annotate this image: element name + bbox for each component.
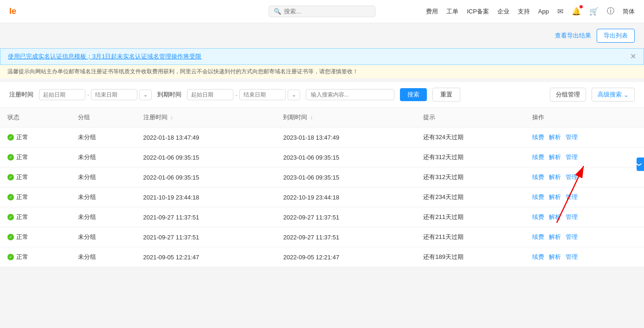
language-toggle[interactable]: 简体 [623,7,635,16]
cell-status: ✓正常 [0,247,71,267]
expire-end-date[interactable] [239,89,286,100]
action-解析[interactable]: 解析 [549,213,561,220]
expire-date-arrow[interactable]: ⌄ [288,90,300,100]
search-button[interactable]: 搜索 [400,88,427,101]
register-start-date[interactable] [39,89,85,100]
action-续费[interactable]: 续费 [532,134,544,141]
action-管理[interactable]: 管理 [566,233,578,240]
search-bar[interactable]: 🔍 [269,6,375,17]
register-time-label: 注册时间 [9,90,33,99]
action-管理[interactable]: 管理 [566,154,578,161]
cell-action: 续费解析管理 [525,207,644,227]
cell-hint: 还有234天过期 [416,187,525,207]
alert-link[interactable]: 使用已完成实名认证信息模板；3月1日起未实名认证域名管理操作将受限 [8,52,201,61]
cell-hint: 还有211天过期 [416,207,525,227]
action-解析[interactable]: 解析 [549,154,561,161]
cell-group: 未分组 [71,227,135,247]
cell-hint: 还有211天过期 [416,227,525,247]
action-管理[interactable]: 管理 [566,134,578,141]
action-管理[interactable]: 管理 [566,213,578,220]
action-续费[interactable]: 续费 [532,213,544,220]
table-row: ✓正常未分组2021-09-27 11:37:512022-09-27 11:3… [0,207,644,227]
cell-hint: 还有312天过期 [416,167,525,187]
col-group: 分组 [71,108,135,128]
cell-reg-time: 2021-09-27 11:37:51 [136,227,276,247]
action-解析[interactable]: 解析 [549,193,561,200]
alert-close-icon[interactable]: ✕ [630,53,636,60]
filter-bar: 注册时间 - ⌄ 到期时间 - ⌄ 搜索 重置 分组管理 高级搜索 ⌄ [0,82,644,108]
cell-exp-time: 2023-01-06 09:35:15 [276,148,416,167]
top-navigation: Ie 🔍 费用 工单 ICP备案 企业 支持 App ✉ 🔔 🛒 ⓘ 简体 [0,0,644,23]
action-续费[interactable]: 续费 [532,154,544,161]
table-header-row: 状态 分组 注册时间 ↕ 到期时间 ↕ [0,108,644,128]
cell-group: 未分组 [71,247,135,267]
expire-start-date[interactable] [187,89,233,100]
cell-hint: 还有189天过期 [416,247,525,267]
cell-status: ✓正常 [0,227,71,247]
advanced-search-label: 高级搜索 [598,90,622,99]
cell-exp-time: 2022-10-19 23:44:18 [276,187,416,207]
cell-action: 续费解析管理 [525,128,644,148]
nav-item-icp[interactable]: ICP备案 [467,7,489,16]
cart-icon[interactable]: 🛒 [589,7,599,16]
expire-date-range: - ⌄ [187,89,300,100]
nav-item-app[interactable]: App [538,8,549,15]
action-续费[interactable]: 续费 [532,174,544,180]
search-content-input[interactable] [306,89,394,100]
action-续费[interactable]: 续费 [532,253,544,260]
sort-reg-time-icon: ↕ [170,115,173,120]
action-续费[interactable]: 续费 [532,193,544,200]
action-解析[interactable]: 解析 [549,253,561,260]
search-icon: 🔍 [274,8,281,15]
group-manage-button[interactable]: 分组管理 [550,88,586,102]
cell-reg-time: 2022-01-06 09:35:15 [136,167,276,187]
main-content: 查看导出结果 导出列表 使用已完成实名认证信息模板；3月1日起未实名认证域名管理… [0,23,644,267]
cell-exp-time: 2023-01-18 13:47:49 [276,128,416,148]
alert-banner: 使用已完成实名认证信息模板；3月1日起未实名认证域名管理操作将受限 ✕ [0,48,644,65]
help-icon[interactable]: ⓘ [607,6,614,16]
cell-status: ✓正常 [0,148,71,167]
cell-action: 续费解析管理 [525,148,644,167]
mail-icon[interactable]: ✉ [557,7,563,16]
table-row: ✓正常未分组2022-01-06 09:35:152023-01-06 09:3… [0,167,644,187]
warning-text: 温馨提示向网站主办单位邮寄域名注册证书等纸质文件收取费用获利，阿里云不会以快递到… [7,68,358,75]
action-管理[interactable]: 管理 [566,193,578,200]
col-reg-time[interactable]: 注册时间 ↕ [136,108,276,128]
action-管理[interactable]: 管理 [566,253,578,260]
search-input[interactable] [284,8,367,15]
action-管理[interactable]: 管理 [566,174,578,180]
right-sidebar-toggle[interactable]: ❯ [637,157,644,171]
action-续费[interactable]: 续费 [532,233,544,240]
nav-item-cost[interactable]: 费用 [426,7,438,16]
col-action: 操作 [525,108,644,128]
cell-status: ✓正常 [0,187,71,207]
bell-icon[interactable]: 🔔 [572,7,581,16]
action-解析[interactable]: 解析 [549,174,561,180]
nav-item-workorder[interactable]: 工单 [446,7,458,16]
cell-group: 未分组 [71,167,135,187]
cell-reg-time: 2021-10-19 23:44:18 [136,187,276,207]
cell-action: 续费解析管理 [525,247,644,267]
cell-exp-time: 2022-09-27 11:37:51 [276,227,416,247]
register-date-arrow[interactable]: ⌄ [139,90,152,100]
domain-table: 状态 分组 注册时间 ↕ 到期时间 ↕ [0,108,644,267]
cell-exp-time: 2023-01-06 09:35:15 [276,167,416,187]
bell-badge [580,5,583,8]
col-exp-time[interactable]: 到期时间 ↕ [276,108,416,128]
nav-item-support[interactable]: 支持 [518,7,530,16]
action-解析[interactable]: 解析 [549,134,561,141]
status-ok-icon: ✓ [7,254,14,260]
cell-reg-time: 2022-01-18 13:47:49 [136,128,276,148]
reset-button[interactable]: 重置 [432,88,460,102]
register-end-date[interactable] [91,89,137,100]
action-解析[interactable]: 解析 [549,233,561,240]
action-bar-top: 查看导出结果 导出列表 [0,23,644,45]
status-ok-icon: ✓ [7,174,14,180]
cell-action: 续费解析管理 [525,227,644,247]
expire-time-label: 到期时间 [157,90,181,99]
view-export-button[interactable]: 查看导出结果 [555,29,591,43]
nav-item-enterprise[interactable]: 企业 [497,7,509,16]
advanced-search-button[interactable]: 高级搜索 ⌄ [592,88,635,102]
export-list-button[interactable]: 导出列表 [597,29,635,43]
chevron-down-icon: ⌄ [624,91,629,98]
